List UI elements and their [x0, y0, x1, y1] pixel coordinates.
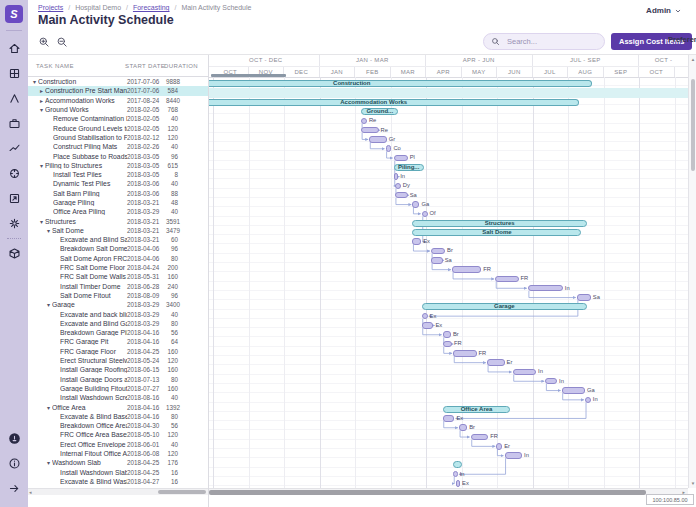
gantt-task-bar[interactable]: [495, 276, 518, 283]
table-row[interactable]: ▸Construction Pre Start Manag2017-07-065…: [28, 86, 208, 95]
table-row[interactable]: Excavate and Blind Garag2018-03-2980: [28, 319, 208, 328]
expand-caret-icon[interactable]: ▸: [38, 97, 45, 104]
gantt-summary-bar[interactable]: [394, 164, 424, 171]
table-row[interactable]: Salt Dome Fitout2018-08-0996: [28, 291, 208, 300]
search-input[interactable]: [505, 36, 595, 47]
gantt-task-bar[interactable]: [443, 331, 451, 338]
zoom-in-button[interactable]: [36, 34, 52, 50]
table-row[interactable]: FRC Salt Dome Floor2018-04-24200: [28, 263, 208, 272]
table-row[interactable]: Ground Stabilisation to Forn2018-02-1212…: [28, 133, 208, 142]
table-row[interactable]: Install Timber Dome2018-06-28240: [28, 282, 208, 291]
gantt-summary-bar[interactable]: [422, 303, 587, 310]
gantt-task-bar[interactable]: [431, 248, 445, 255]
table-row[interactable]: Breakdown Garage Piles2018-04-1656: [28, 328, 208, 337]
table-row[interactable]: Breakdown Office Area Pil2018-04-3056: [28, 421, 208, 430]
expand-caret-icon[interactable]: ▾: [38, 162, 45, 169]
table-row[interactable]: Breakdown Salt Dome Pil2018-04-0696: [28, 244, 208, 253]
gantt-task-bar[interactable]: [585, 397, 591, 404]
column-header-start-date[interactable]: START DATE: [125, 63, 165, 69]
zoom-out-button[interactable]: [54, 34, 70, 50]
column-header-task-name[interactable]: TASK NAME: [36, 63, 74, 69]
scroll-left-arrow-icon[interactable]: ◂: [29, 489, 32, 496]
table-row[interactable]: ▾Salt Dome2018-03-213479: [28, 226, 208, 235]
expand-caret-icon[interactable]: ▾: [45, 301, 52, 308]
gantt-summary-bar[interactable]: [209, 80, 592, 87]
scroll-up-arrow-icon[interactable]: ▲: [689, 57, 696, 62]
gantt-summary-bar[interactable]: [443, 406, 511, 413]
sidebar-item-peak[interactable]: [3, 88, 25, 110]
gantt-task-bar[interactable]: [562, 387, 585, 394]
table-row[interactable]: Reduce Ground Levels to Fo2018-02-05120: [28, 123, 208, 132]
table-row[interactable]: ▾Washdown Slab2018-04-25176: [28, 458, 208, 467]
gantt-task-bar[interactable]: [386, 145, 392, 152]
sidebar-item-arrow-right[interactable]: [3, 478, 25, 500]
table-row[interactable]: FRC Salt Dome Walls2018-05-31160: [28, 272, 208, 281]
scroll-down-arrow-icon[interactable]: ▼: [689, 481, 696, 486]
table-row[interactable]: Install Washdown Screen2018-08-1640: [28, 393, 208, 402]
breadcrumb-projects[interactable]: Projects: [38, 4, 63, 11]
vertical-scrollbar-thumb[interactable]: [691, 79, 695, 171]
gantt-task-bar[interactable]: [459, 424, 467, 431]
gantt-summary-bar[interactable]: [412, 229, 581, 236]
expand-caret-icon[interactable]: ▾: [38, 218, 45, 225]
sidebar-item-trend[interactable]: [3, 138, 25, 160]
gantt-task-bar[interactable]: [395, 192, 408, 199]
expand-caret-icon[interactable]: ▾: [45, 227, 52, 234]
timeline-horizontal-scrollbar[interactable]: ▸: [209, 488, 688, 495]
sidebar-item-grid[interactable]: [3, 63, 25, 85]
expand-caret-icon[interactable]: ▸: [38, 87, 45, 94]
app-logo-icon[interactable]: S: [5, 5, 23, 23]
timeline-scrollbar-thumb[interactable]: [209, 490, 646, 495]
sidebar-item-avatar[interactable]: [3, 428, 25, 450]
gantt-task-bar[interactable]: [443, 415, 455, 422]
column-header-duration[interactable]: DURATION: [164, 63, 198, 69]
gantt-task-bar[interactable]: [505, 452, 522, 459]
gantt-task-bar[interactable]: [431, 257, 443, 264]
expand-caret-icon[interactable]: ▾: [38, 106, 45, 113]
table-row[interactable]: Internal Fitout Office Area2018-06-08120: [28, 449, 208, 458]
gantt-task-bar[interactable]: [422, 313, 428, 320]
gantt-task-bar[interactable]: [395, 183, 401, 190]
sidebar-item-info[interactable]: [3, 453, 25, 475]
table-row[interactable]: Install Washdown Slab Dr2018-04-2516: [28, 467, 208, 476]
gantt-task-bar[interactable]: [453, 350, 476, 357]
gantt-task-bar[interactable]: [422, 322, 434, 329]
sidebar-item-package[interactable]: [3, 243, 25, 265]
table-row[interactable]: Erect Office Envelope2018-06-0140: [28, 440, 208, 449]
sidebar-item-briefcase[interactable]: [3, 113, 25, 135]
grid-scrollbar-thumb[interactable]: [158, 490, 206, 494]
gantt-task-bar[interactable]: [443, 341, 452, 348]
vertical-scrollbar[interactable]: ▲ ▼: [688, 55, 696, 488]
breadcrumb-forecasting[interactable]: Forecasting: [133, 4, 170, 11]
sidebar-item-diagonal-box[interactable]: [3, 188, 25, 210]
table-row[interactable]: Remove Contamination Hot2018-02-0540: [28, 114, 208, 123]
gantt-summary-bar[interactable]: [361, 108, 398, 115]
gantt-task-bar[interactable]: [394, 155, 408, 162]
table-row[interactable]: Office Area Piling2018-03-2940: [28, 207, 208, 216]
table-row[interactable]: Install Test Piles2018-03-058: [28, 170, 208, 179]
table-row[interactable]: Dynamic Test Piles2018-03-0640: [28, 179, 208, 188]
gantt-task-bar[interactable]: [496, 443, 502, 450]
table-row[interactable]: Excavate and Blind Salt D2018-03-2160: [28, 235, 208, 244]
gantt-task-bar[interactable]: [412, 238, 421, 245]
table-row[interactable]: Salt Barn Piling2018-03-0688: [28, 189, 208, 198]
gantt-task-bar[interactable]: [394, 173, 399, 180]
preferences-button[interactable]: Preferences: [668, 35, 696, 44]
table-row[interactable]: Install Garage Doors and I2018-07-1380: [28, 375, 208, 384]
table-row[interactable]: Construct Piling Mats2018-02-2640: [28, 142, 208, 151]
sidebar-item-wheel[interactable]: [3, 163, 25, 185]
table-row[interactable]: Excavate & Blind Washdo2018-04-2716: [28, 477, 208, 486]
table-row[interactable]: Garage Piling2018-03-2148: [28, 198, 208, 207]
gantt-task-bar[interactable]: [422, 211, 428, 218]
table-row[interactable]: ▾Garage2018-03-293400: [28, 300, 208, 309]
gantt-task-bar[interactable]: [528, 285, 563, 292]
table-row[interactable]: ▸Accommodation Works2017-08-248440: [28, 96, 208, 105]
table-row[interactable]: Excavate & Blind Bases O2018-04-1680: [28, 412, 208, 421]
gantt-task-bar[interactable]: [361, 127, 378, 134]
gantt-task-bar[interactable]: [471, 434, 488, 441]
gantt-task-bar[interactable]: [577, 294, 591, 301]
table-row[interactable]: Garage Building Fitout2018-07-27160: [28, 384, 208, 393]
table-row[interactable]: FRC Garage Floor2018-04-25160: [28, 347, 208, 356]
expand-caret-icon[interactable]: ▾: [45, 404, 52, 411]
table-row[interactable]: Salt Dome Apron FRC2018-04-0680: [28, 254, 208, 263]
